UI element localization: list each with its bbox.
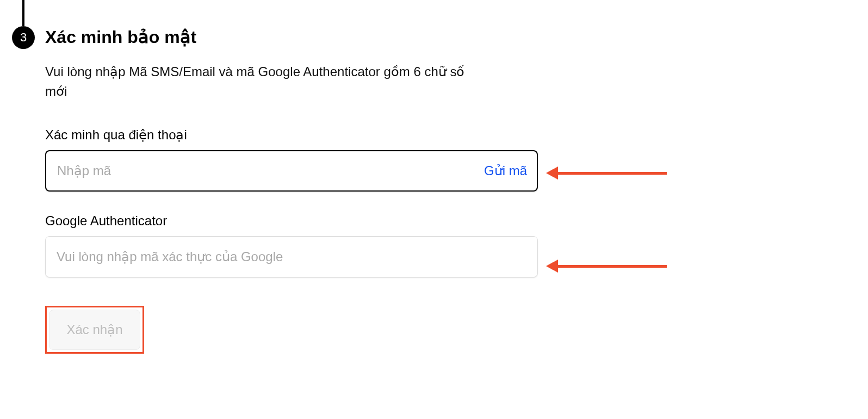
timeline-connector xyxy=(22,0,24,26)
ga-verification-group: Google Authenticator xyxy=(45,213,589,278)
step-description: Vui lòng nhập Mã SMS/Email và mã Google … xyxy=(45,62,469,101)
step-content: Xác minh bảo mật Vui lòng nhập Mã SMS/Em… xyxy=(45,26,589,354)
step-number-badge: 3 xyxy=(12,26,35,49)
annotation-arrow-icon xyxy=(546,260,667,273)
confirm-button[interactable]: Xác nhận xyxy=(49,310,140,350)
annotation-highlight-box: Xác nhận xyxy=(45,306,144,354)
send-code-button[interactable]: Gửi mã xyxy=(484,163,527,178)
phone-verification-group: Xác minh qua điện thoại Gửi mã xyxy=(45,127,589,192)
ga-verification-label: Google Authenticator xyxy=(45,213,589,229)
phone-verification-label: Xác minh qua điện thoại xyxy=(45,127,589,143)
annotation-arrow-icon xyxy=(546,167,667,180)
ga-code-input-wrap xyxy=(45,236,538,278)
ga-code-input[interactable] xyxy=(45,236,538,278)
step-number: 3 xyxy=(20,30,27,45)
submit-row: Xác nhận xyxy=(45,306,589,354)
step-title: Xác minh bảo mật xyxy=(45,26,589,49)
phone-code-input-wrap: Gửi mã xyxy=(45,150,538,192)
phone-code-input[interactable] xyxy=(45,150,538,192)
